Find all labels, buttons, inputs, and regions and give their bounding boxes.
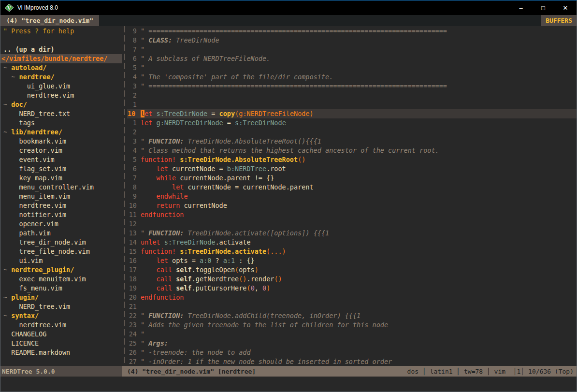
titlebar[interactable]: V Vi IMproved 8.0 – □ ✕ (0, 0, 577, 15)
code-token: TreeDirNode (172, 36, 219, 44)
code-line[interactable]: 10 return currentNode (127, 201, 577, 210)
nerdtree-file-row[interactable]: ui.vim (0, 256, 122, 265)
code-token (172, 266, 176, 274)
code-line[interactable]: 5function! s:TreeDirNode.AbsoluteTreeRoo… (127, 155, 577, 164)
code-line[interactable]: 3" =====================================… (127, 82, 577, 91)
code-line[interactable]: 2 (127, 128, 577, 137)
code-token: function! (141, 247, 176, 255)
nerdtree-file-row[interactable]: tree_file_node.vim (0, 247, 122, 256)
nerdtree-file-row[interactable]: tree_dir_node.vim (0, 238, 122, 247)
code-line[interactable]: 11endfunction (127, 210, 577, 219)
code-text: let s:TreeDirNode = copy(g:NERDTreeFileN… (141, 109, 314, 118)
nerdtree-file-row[interactable]: bookmark.vim (0, 137, 122, 146)
code-line[interactable]: 8 let currentNode = currentNode.parent (127, 183, 577, 192)
code-line[interactable]: 3" FUNCTION: TreeDirNode.AbsoluteTreeRoo… (127, 137, 577, 146)
code-line[interactable]: 16 let opts = a:0 ? a:1 : {} (127, 256, 577, 265)
code-line[interactable]: 20endfunction (127, 293, 577, 302)
nerdtree-file-row[interactable]: README.markdown (0, 348, 122, 357)
nerdtree-file-row[interactable]: path.vim (0, 229, 122, 238)
nerdtree-file-row[interactable]: nerdtree.vim (0, 91, 122, 100)
nerdtree-file-row[interactable]: creator.vim (0, 146, 122, 155)
code-line[interactable]: 24" (127, 330, 577, 339)
nerdtree-dir-row[interactable]: ~ lib/nerdtree/ (0, 128, 122, 137)
nerdtree-file-row[interactable]: tags (0, 118, 122, 128)
nerdtree-root-row[interactable]: </vimfiles/bundle/nerdtree/ (0, 54, 122, 63)
code-line[interactable]: 13" FUNCTION: TreeDirNode.activate([opti… (127, 229, 577, 238)
code-line[interactable]: 1let g:NERDTreeDirNode = s:TreeDirNode (127, 118, 577, 128)
nerdtree-file-row[interactable]: nerdtree.vim (0, 320, 122, 330)
nerdtree-file-row[interactable]: ui_glue.vim (0, 82, 122, 91)
line-number: 12 (127, 219, 141, 229)
code-line[interactable]: 10let s:TreeDirNode = copy(g:NERDTreeFil… (127, 109, 577, 118)
nerdtree-file-row[interactable]: key_map.vim (0, 174, 122, 183)
nerdtree-file-row[interactable]: notifier.vim (0, 210, 122, 219)
nerdtree-file-row[interactable]: event.vim (0, 155, 122, 164)
code-token: currentNode (180, 202, 227, 209)
code-line[interactable]: 27" -inOrder: 1 if the new node should b… (127, 357, 577, 366)
nerdtree-file-row[interactable]: NERD_tree.vim (0, 302, 122, 311)
code-token: let (141, 119, 152, 127)
code-line[interactable]: 17 call self.toggleOpen(opts) (127, 265, 577, 275)
line-number: 8 (127, 183, 141, 192)
line-number: 3 (127, 82, 141, 91)
code-line[interactable]: 7" (127, 45, 577, 54)
code-line[interactable]: 25" Args: (127, 339, 577, 348)
code-text: " FUNCTION: TreeDirNode.addChild(treenod… (141, 311, 361, 320)
nerdtree-up-row[interactable]: .. (up a dir) (0, 45, 122, 54)
code-line[interactable]: 21 (127, 302, 577, 311)
nerdtree-file-row[interactable]: menu_item.vim (0, 192, 122, 201)
code-line[interactable]: 8" CLASS: TreeDirNode (127, 36, 577, 45)
minimize-button[interactable]: – (510, 0, 532, 15)
code-token: " (141, 229, 148, 237)
node-label: plugin/ (11, 293, 39, 301)
nerdtree-file-row[interactable]: CHANGELOG (0, 330, 122, 339)
nerdtree-file-row[interactable]: nerdtree.vim (0, 201, 122, 210)
line-number: 1 (127, 100, 141, 109)
code-line[interactable]: 18 call self.getNerdtree().render() (127, 275, 577, 284)
code-token (141, 257, 157, 264)
window-separator[interactable] (122, 26, 127, 366)
nerdtree-file-row[interactable]: NERD_tree.txt (0, 109, 122, 118)
code-line[interactable]: 19 call self.putCursorHere(0, 0) (127, 284, 577, 293)
code-token: .putCursorHere (192, 284, 247, 292)
code-line[interactable]: 4" The 'composite' part of the file/dir … (127, 73, 577, 82)
code-line[interactable]: 22" FUNCTION: TreeDirNode.addChild(treen… (127, 311, 577, 320)
maximize-button[interactable]: □ (532, 0, 554, 15)
nerdtree-dir-row[interactable]: ~ doc/ (0, 100, 122, 109)
code-line[interactable]: 26" -treenode: the node to add (127, 348, 577, 357)
code-line[interactable]: 14unlet s:TreeDirNode.activate (127, 238, 577, 247)
tab-tree-dir-node[interactable]: (4) "tree_dir_node.vim" (0, 15, 99, 26)
nerdtree-dir-row[interactable]: ~ autoload/ (0, 63, 122, 73)
nerdtree-dir-row[interactable]: ~ nerdtree_plugin/ (0, 265, 122, 275)
nerdtree-file-row[interactable]: opener.vim (0, 219, 122, 229)
code-line[interactable]: 6 let currentNode = b:NERDTree.root (127, 164, 577, 174)
nerdtree-file-row[interactable]: fs_menu.vim (0, 284, 122, 293)
line-number: 5 (127, 63, 141, 73)
code-token: () (298, 156, 305, 163)
nerdtree-dir-row[interactable]: ~ syntax/ (0, 311, 122, 320)
close-button[interactable]: ✕ (554, 0, 577, 15)
code-line[interactable]: 1 (127, 100, 577, 109)
line-number: 9 (127, 192, 141, 201)
nerdtree-file-row[interactable]: LICENCE (0, 339, 122, 348)
line-number: 1 (127, 118, 141, 128)
code-token: s:TreeDirNode (164, 238, 216, 246)
nerdtree-file-row[interactable]: menu_controller.vim (0, 183, 122, 192)
nerdtree-file-row[interactable]: exec_menuitem.vim (0, 275, 122, 284)
nerdtree-file-row[interactable]: flag_set.vim (0, 164, 122, 174)
code-line[interactable]: 9" =====================================… (127, 27, 577, 36)
code-line[interactable]: 23" Adds the given treenode to the list … (127, 320, 577, 330)
code-line[interactable]: 2 (127, 91, 577, 100)
code-token: opts = (168, 257, 200, 264)
node-label: key_map.vim (19, 174, 62, 182)
code-line[interactable]: 15function! s:TreeDirNode.activate(...) (127, 247, 577, 256)
code-line[interactable]: 4" Class method that returns the highest… (127, 146, 577, 155)
code-line[interactable]: 6" A subclass of NERDTreeFileNode. (127, 54, 577, 63)
nerdtree-dir-row[interactable]: ~ nerdtree/ (0, 73, 122, 82)
code-token: self (176, 266, 192, 274)
code-line[interactable]: 9 endwhile (127, 192, 577, 201)
nerdtree-dir-row[interactable]: ~ plugin/ (0, 293, 122, 302)
code-line[interactable]: 12 (127, 219, 577, 229)
code-line[interactable]: 5" (127, 63, 577, 73)
code-line[interactable]: 7 while currentNode.parent != {} (127, 174, 577, 183)
